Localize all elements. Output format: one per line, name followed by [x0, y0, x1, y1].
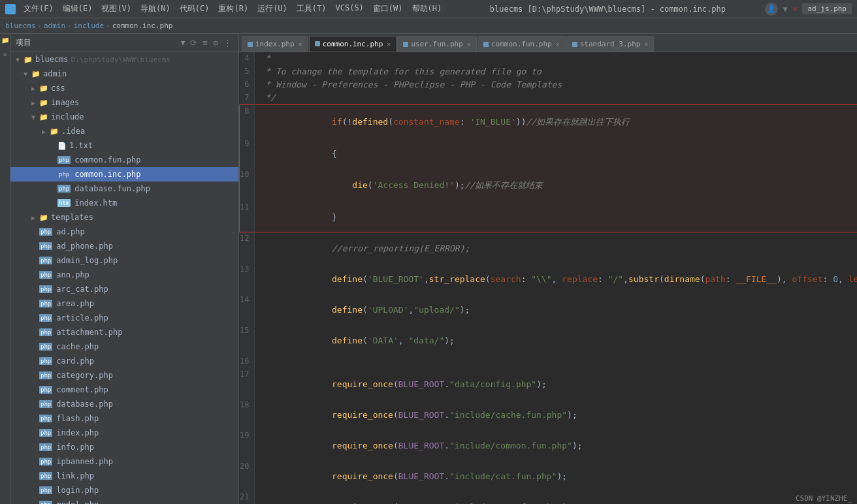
- code-line-5: 5 * To change the template for this gene…: [240, 65, 858, 78]
- tree-item-common-inc[interactable]: ▶ php common.inc.php: [10, 167, 238, 181]
- file-tree: ▼ 📁 bluecms D:\phpStudy\WWW\bluecms ▼ 📁 …: [10, 52, 238, 504]
- code-cell-11: }: [255, 201, 857, 232]
- tree-item-database-fun[interactable]: ▶ php database.fun.php: [10, 181, 238, 196]
- menu-code[interactable]: 代码(C): [176, 2, 214, 16]
- collapse-all-icon[interactable]: ≡: [201, 37, 209, 48]
- menu-tools[interactable]: 工具(T): [293, 2, 331, 16]
- tree-item-images[interactable]: ▶ 📁 images: [10, 95, 238, 110]
- code-cell-13: define('BLUE_ROOT',str_replace(search: "…: [255, 263, 857, 294]
- code-line-6: 6 * Window - Preferences - PHPeclipse - …: [240, 78, 858, 91]
- tree-item-admin-log[interactable]: ▶ php admin_log.php: [10, 253, 238, 268]
- tree-item-comment[interactable]: ▶ php comment.php: [10, 383, 238, 397]
- code-editor[interactable]: 4 * 5 * To change the template for this …: [239, 52, 857, 504]
- tab-index-php[interactable]: index.php ✕: [242, 36, 308, 52]
- breadcrumb-item-include[interactable]: include: [74, 22, 104, 30]
- breadcrumb-item-bluecms[interactable]: bluecms: [5, 22, 35, 30]
- line-num-15: 15: [240, 324, 255, 355]
- tab-common-inc[interactable]: common.inc.php ✕: [309, 36, 397, 52]
- line-num-11: 11: [240, 201, 255, 232]
- app-icon: [5, 4, 16, 14]
- tree-item-include[interactable]: ▼ 📁 include: [10, 110, 238, 124]
- code-line-7: 7 */: [240, 91, 858, 104]
- tree-item-admin[interactable]: ▼ 📁 admin: [10, 67, 238, 81]
- line-num-16: 16: [240, 355, 255, 368]
- line-num-6: 6: [240, 78, 255, 91]
- settings-icon[interactable]: ⚙: [212, 37, 219, 48]
- line-num-9: 9: [240, 138, 255, 168]
- menu-view[interactable]: 视图(V): [97, 2, 135, 16]
- menu-window[interactable]: 窗口(W): [369, 2, 407, 16]
- tab-close-user-fun[interactable]: ✕: [467, 40, 471, 48]
- tree-item-1txt[interactable]: ▶ 📄 1.txt: [10, 138, 238, 153]
- tree-item-ad-phone[interactable]: ▶ php ad_phone.php: [10, 239, 238, 253]
- tab-bar: index.php ✕ common.inc.php ✕ user.fun.ph…: [239, 34, 857, 52]
- tree-item-bluecms[interactable]: ▼ 📁 bluecms D:\phpStudy\WWW\bluecms: [10, 52, 238, 67]
- project-label: 项目: [16, 37, 177, 48]
- code-cell-20: require_once(BLUE_ROOT."include/cat.fun.…: [255, 460, 857, 491]
- tree-item-cache[interactable]: ▶ php cache.php: [10, 339, 238, 354]
- code-line-18: 18 require_once(BLUE_ROOT."include/cache…: [240, 399, 858, 430]
- tab-close-index[interactable]: ✕: [299, 40, 302, 48]
- structure-icon[interactable]: ≡: [1, 51, 10, 60]
- tab-standard3[interactable]: standard_3.php ✕: [566, 36, 655, 52]
- tree-item-index[interactable]: ▶ php index.php: [10, 426, 238, 440]
- close-icon[interactable]: ✕: [793, 5, 798, 13]
- ad-tab[interactable]: ad_js.php: [802, 3, 852, 14]
- menu-nav[interactable]: 导航(N): [137, 2, 174, 16]
- menu-help[interactable]: 帮助(H): [408, 2, 446, 16]
- code-table: 4 * 5 * To change the template for this …: [239, 52, 857, 504]
- tree-item-css[interactable]: ▶ 📁 css: [10, 81, 238, 95]
- tree-item-ad[interactable]: ▶ php ad.php: [10, 225, 238, 239]
- code-cell-21: require_once(BLUE_ROOT."include/user.fun…: [255, 491, 857, 505]
- tree-item-attachment[interactable]: ▶ php attachment.php: [10, 325, 238, 339]
- menu-vcs[interactable]: VCS(S): [332, 2, 368, 16]
- tree-item-card[interactable]: ▶ php card.php: [10, 354, 238, 368]
- tree-item-area[interactable]: ▶ php area.php: [10, 296, 238, 311]
- line-num-21: 21: [240, 491, 255, 505]
- sync-icon[interactable]: ⟳: [189, 37, 199, 48]
- line-num-19: 19: [240, 430, 255, 460]
- project-icon[interactable]: 📁: [1, 37, 10, 46]
- line-num-18: 18: [240, 399, 255, 430]
- tree-item-login[interactable]: ▶ php login.php: [10, 483, 238, 497]
- tree-item-templates[interactable]: ▶ 📁 templates: [10, 210, 238, 225]
- credit-text: CSDN @YINZHE_: [796, 494, 852, 503]
- tree-item-ann[interactable]: ▶ php ann.php: [10, 268, 238, 282]
- menu-file[interactable]: 文件(F): [20, 2, 57, 16]
- tab-close-common-inc[interactable]: ✕: [387, 40, 391, 48]
- tab-close-standard3[interactable]: ✕: [644, 40, 648, 48]
- tree-item-common-fun[interactable]: ▶ php common.fun.php: [10, 153, 238, 167]
- tab-close-common-fun[interactable]: ✕: [556, 40, 560, 48]
- tree-item-link[interactable]: ▶ php link.php: [10, 469, 238, 483]
- tree-item-category[interactable]: ▶ php category.php: [10, 368, 238, 383]
- menu-refactor[interactable]: 重构(R): [214, 2, 252, 16]
- editor-pane: index.php ✕ common.inc.php ✕ user.fun.ph…: [239, 34, 857, 504]
- code-cell-6: * Window - Preferences - PHPeclipse - PH…: [255, 78, 857, 91]
- line-num-12: 12: [240, 232, 255, 263]
- code-line-15: 15 define('DATA', "data/");: [240, 324, 858, 355]
- tree-item-article[interactable]: ▶ php article.php: [10, 311, 238, 325]
- tree-item-idea[interactable]: ▶ 📁 .idea: [10, 124, 238, 138]
- code-line-16: 16: [240, 355, 858, 368]
- tree-item-arc-cat[interactable]: ▶ php arc_cat.php: [10, 282, 238, 296]
- line-num-14: 14: [240, 294, 255, 324]
- user-icon[interactable]: 👤: [765, 3, 778, 16]
- line-num-8: 8: [240, 104, 255, 138]
- code-line-12: 12 //error_reporting(E_ERROR);: [240, 232, 858, 263]
- tree-item-flash[interactable]: ▶ php flash.php: [10, 411, 238, 426]
- breadcrumb-item-admin[interactable]: admin: [44, 22, 65, 30]
- code-line-11: 11 }: [240, 201, 858, 232]
- tab-user-fun[interactable]: user.fun.php ✕: [397, 36, 477, 52]
- tree-item-index-htm[interactable]: ▶ htm index.htm: [10, 196, 238, 210]
- more-icon[interactable]: ⋮: [222, 37, 233, 48]
- menu-run[interactable]: 运行(U): [253, 2, 291, 16]
- tree-item-database[interactable]: ▶ php database.php: [10, 397, 238, 411]
- tree-item-model[interactable]: ▶ php model.php: [10, 497, 238, 504]
- code-cell-10: die('Access Denied!');//如果不存在就结束: [255, 168, 857, 201]
- menu-edit[interactable]: 编辑(E): [59, 2, 97, 16]
- breadcrumb-sep-3: ›: [106, 22, 110, 30]
- tree-item-ipbanned[interactable]: ▶ php ipbanned.php: [10, 454, 238, 469]
- tab-common-fun[interactable]: common.fun.php ✕: [477, 36, 566, 52]
- tree-item-info[interactable]: ▶ php info.php: [10, 440, 238, 454]
- dropdown-arrow[interactable]: ▼: [181, 39, 186, 47]
